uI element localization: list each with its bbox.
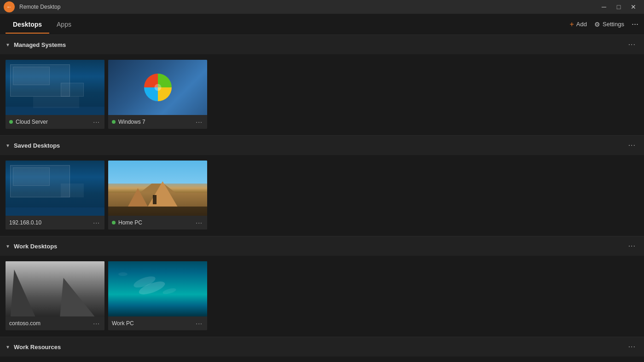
group-more-managed-systems[interactable]: ··· [626,40,638,50]
card-more-contoso[interactable]: ··· [92,319,101,328]
win7-thumbnail [108,60,207,115]
plus-icon: + [570,20,574,29]
desktops-grid-saved-desktops: 192.168.0.10 ··· [0,155,644,236]
app-title: Remote Desktop [19,4,597,10]
card-home-pc[interactable]: Home PC ··· [108,161,207,230]
card-more-ip-desktop[interactable]: ··· [92,218,101,227]
card-label-cloud-server: Cloud Server [16,119,92,125]
thumbnail-ip-desktop [6,161,104,216]
thumbnail-work-pc [108,261,207,316]
top-nav: Desktops Apps + Add ⚙ Settings ··· [0,14,644,35]
group-header-saved-desktops[interactable]: ▼ Saved Desktops ··· [0,136,644,155]
desktops-grid-work-desktops: contoso.com ··· Work PC ··· [0,256,644,337]
underwater-thumbnail [108,261,207,316]
group-saved-desktops: ▼ Saved Desktops ··· 192.168.0.10 ··· [0,136,644,236]
gear-icon: ⚙ [594,21,600,28]
tab-apps[interactable]: Apps [49,15,79,34]
win7-logo [144,74,172,101]
main-content: ▼ Managed Systems ··· Cloud Serve [0,35,644,362]
win10b-thumbnail [6,161,104,216]
card-label-home-pc: Home PC [118,219,195,226]
desktops-grid-work-resources: Managed PC ··· [0,356,644,362]
thumbnail-windows7 [108,60,207,115]
group-title-work-desktops: Work Desktops [14,243,57,250]
card-footer-contoso: contoso.com ··· [6,316,104,330]
group-more-saved-desktops[interactable]: ··· [626,140,638,150]
card-footer-cloud-server: Cloud Server ··· [6,115,104,129]
group-title-work-resources: Work Resources [14,344,61,351]
settings-button[interactable]: ⚙ Settings [594,21,624,28]
group-work-resources: ▼ Work Resources ··· [0,337,644,362]
status-dot-home-pc [112,221,116,224]
status-dot-cloud-server [9,120,13,124]
thumbnail-home-pc [108,161,207,216]
group-header-work-desktops[interactable]: ▼ Work Desktops ··· [0,236,644,256]
ellipsis-icon: ··· [632,19,638,29]
card-footer-home-pc: Home PC ··· [108,216,207,230]
card-more-windows7[interactable]: ··· [195,117,203,126]
card-work-pc[interactable]: Work PC ··· [108,261,207,330]
title-bar: ← Remote Desktop ─ □ ✕ [0,0,644,14]
minimize-button[interactable]: ─ [597,1,611,12]
card-more-cloud-server[interactable]: ··· [92,117,101,126]
group-header-work-resources[interactable]: ▼ Work Resources ··· [0,337,644,356]
group-title-managed-systems: Managed Systems [14,41,66,48]
win10-thumbnail [6,60,104,115]
window-controls: ─ □ ✕ [597,1,640,12]
card-footer-windows7: Windows 7 ··· [108,115,207,129]
nav-actions: + Add ⚙ Settings ··· [570,19,638,29]
group-work-desktops: ▼ Work Desktops ··· contoso.com ··· [0,236,644,337]
tab-desktops[interactable]: Desktops [6,15,49,34]
card-ip-desktop[interactable]: 192.168.0.10 ··· [6,161,104,230]
status-dot-windows7 [112,120,116,124]
add-button[interactable]: + Add [570,20,587,29]
card-cloud-server[interactable]: Cloud Server ··· [6,60,104,129]
thumbnail-cloud-server [6,60,104,115]
desktops-grid-managed-systems: Cloud Server ··· [0,54,644,135]
group-managed-systems: ▼ Managed Systems ··· Cloud Serve [0,35,644,136]
card-label-ip-desktop: 192.168.0.10 [9,219,92,226]
chevron-icon: ▼ [6,42,10,47]
card-label-contoso: contoso.com [9,320,92,327]
card-more-work-pc[interactable]: ··· [195,319,203,328]
card-more-home-pc[interactable]: ··· [195,218,203,227]
chevron-icon-saved: ▼ [6,143,10,148]
card-label-windows7: Windows 7 [118,119,195,125]
close-button[interactable]: ✕ [627,1,640,12]
group-more-work-resources[interactable]: ··· [626,342,638,352]
card-footer-work-pc: Work PC ··· [108,316,207,330]
back-button[interactable]: ← [4,1,15,12]
nav-tabs: Desktops Apps [6,15,570,34]
thumbnail-contoso [6,261,104,316]
mountain-thumbnail [108,161,207,216]
maximize-button[interactable]: □ [612,1,626,12]
group-more-work-desktops[interactable]: ··· [626,241,638,251]
group-header-managed-systems[interactable]: ▼ Managed Systems ··· [0,35,644,54]
nav-more-button[interactable]: ··· [632,19,638,29]
rock-thumbnail [6,261,104,316]
card-windows7[interactable]: Windows 7 ··· [108,60,207,129]
group-title-saved-desktops: Saved Desktops [14,142,60,149]
card-contoso[interactable]: contoso.com ··· [6,261,104,330]
chevron-icon-work: ▼ [6,244,10,249]
card-footer-ip-desktop: 192.168.0.10 ··· [6,216,104,230]
chevron-icon-resources: ▼ [6,345,10,350]
card-label-work-pc: Work PC [112,320,195,327]
